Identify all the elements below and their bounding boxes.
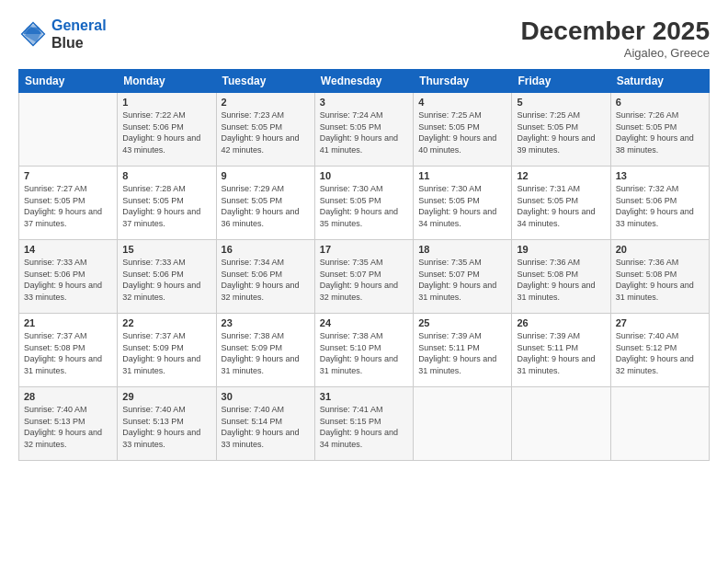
calendar-cell: 12Sunrise: 7:31 AMSunset: 5:05 PMDayligh… xyxy=(512,167,610,240)
calendar-cell: 19Sunrise: 7:36 AMSunset: 5:08 PMDayligh… xyxy=(512,240,610,314)
calendar-cell: 18Sunrise: 7:35 AMSunset: 5:07 PMDayligh… xyxy=(414,240,512,314)
day-info: Sunrise: 7:40 AMSunset: 5:12 PMDaylight:… xyxy=(616,330,704,376)
calendar-cell: 6Sunrise: 7:26 AMSunset: 5:05 PMDaylight… xyxy=(610,93,709,167)
weekday-header: Sunday xyxy=(19,70,118,93)
day-info: Sunrise: 7:35 AMSunset: 5:07 PMDaylight:… xyxy=(320,257,408,303)
day-number: 25 xyxy=(418,317,506,328)
day-number: 11 xyxy=(418,170,506,181)
day-number: 3 xyxy=(320,97,408,108)
calendar-week-row: 1Sunrise: 7:22 AMSunset: 5:06 PMDaylight… xyxy=(19,93,710,167)
day-number: 22 xyxy=(122,317,210,328)
day-info: Sunrise: 7:36 AMSunset: 5:08 PMDaylight:… xyxy=(616,257,704,303)
day-number: 12 xyxy=(517,170,605,181)
calendar-cell: 2Sunrise: 7:23 AMSunset: 5:05 PMDaylight… xyxy=(216,93,314,167)
day-number: 26 xyxy=(517,317,605,328)
day-number: 30 xyxy=(222,391,310,402)
day-number: 5 xyxy=(517,97,605,108)
day-info: Sunrise: 7:27 AMSunset: 5:05 PMDaylight:… xyxy=(24,183,112,229)
weekday-header: Friday xyxy=(512,70,610,93)
day-number: 29 xyxy=(122,391,210,402)
weekday-header: Thursday xyxy=(414,70,512,93)
day-info: Sunrise: 7:34 AMSunset: 5:06 PMDaylight:… xyxy=(222,257,310,303)
day-info: Sunrise: 7:39 AMSunset: 5:11 PMDaylight:… xyxy=(517,330,605,376)
day-number: 16 xyxy=(222,244,310,255)
calendar-cell: 11Sunrise: 7:30 AMSunset: 5:05 PMDayligh… xyxy=(414,167,512,240)
weekday-header: Tuesday xyxy=(216,70,314,93)
day-number: 9 xyxy=(222,170,310,181)
calendar-cell: 26Sunrise: 7:39 AMSunset: 5:11 PMDayligh… xyxy=(512,314,610,387)
day-info: Sunrise: 7:30 AMSunset: 5:05 PMDaylight:… xyxy=(418,183,506,229)
calendar-cell: 3Sunrise: 7:24 AMSunset: 5:05 PMDaylight… xyxy=(314,93,413,167)
calendar-cell: 10Sunrise: 7:30 AMSunset: 5:05 PMDayligh… xyxy=(314,167,413,240)
calendar-cell: 31Sunrise: 7:41 AMSunset: 5:15 PMDayligh… xyxy=(314,387,413,461)
day-number: 31 xyxy=(320,391,408,402)
logo-text: General Blue xyxy=(51,17,107,52)
day-number: 14 xyxy=(24,244,112,255)
month-title: December 2025 xyxy=(521,17,710,46)
calendar-page: General Blue December 2025 Aigaleo, Gree… xyxy=(0,0,728,563)
day-number: 18 xyxy=(418,244,506,255)
day-info: Sunrise: 7:26 AMSunset: 5:05 PMDaylight:… xyxy=(616,109,704,155)
day-number: 15 xyxy=(122,244,210,255)
calendar-week-row: 14Sunrise: 7:33 AMSunset: 5:06 PMDayligh… xyxy=(19,240,710,314)
calendar-cell: 24Sunrise: 7:38 AMSunset: 5:10 PMDayligh… xyxy=(314,314,413,387)
calendar-cell: 15Sunrise: 7:33 AMSunset: 5:06 PMDayligh… xyxy=(118,240,216,314)
calendar-cell: 28Sunrise: 7:40 AMSunset: 5:13 PMDayligh… xyxy=(19,387,118,461)
day-info: Sunrise: 7:25 AMSunset: 5:05 PMDaylight:… xyxy=(418,109,506,155)
calendar-cell: 30Sunrise: 7:40 AMSunset: 5:14 PMDayligh… xyxy=(216,387,314,461)
calendar-cell: 5Sunrise: 7:25 AMSunset: 5:05 PMDaylight… xyxy=(512,93,610,167)
weekday-header-row: SundayMondayTuesdayWednesdayThursdayFrid… xyxy=(19,70,710,93)
location: Aigaleo, Greece xyxy=(521,46,710,60)
calendar-table: SundayMondayTuesdayWednesdayThursdayFrid… xyxy=(18,69,710,461)
day-info: Sunrise: 7:40 AMSunset: 5:13 PMDaylight:… xyxy=(122,404,210,450)
calendar-week-row: 21Sunrise: 7:37 AMSunset: 5:08 PMDayligh… xyxy=(19,314,710,387)
day-info: Sunrise: 7:32 AMSunset: 5:06 PMDaylight:… xyxy=(616,183,704,229)
title-block: December 2025 Aigaleo, Greece xyxy=(521,17,710,60)
day-info: Sunrise: 7:31 AMSunset: 5:05 PMDaylight:… xyxy=(517,183,605,229)
day-number: 23 xyxy=(222,317,310,328)
day-info: Sunrise: 7:24 AMSunset: 5:05 PMDaylight:… xyxy=(320,109,408,155)
day-number: 24 xyxy=(320,317,408,328)
day-info: Sunrise: 7:40 AMSunset: 5:13 PMDaylight:… xyxy=(24,404,112,450)
calendar-cell xyxy=(610,387,709,461)
calendar-cell: 29Sunrise: 7:40 AMSunset: 5:13 PMDayligh… xyxy=(118,387,216,461)
day-info: Sunrise: 7:41 AMSunset: 5:15 PMDaylight:… xyxy=(320,404,408,450)
day-info: Sunrise: 7:35 AMSunset: 5:07 PMDaylight:… xyxy=(418,257,506,303)
day-number: 8 xyxy=(122,170,210,181)
logo: General Blue xyxy=(18,17,107,52)
calendar-cell: 20Sunrise: 7:36 AMSunset: 5:08 PMDayligh… xyxy=(610,240,709,314)
calendar-cell: 8Sunrise: 7:28 AMSunset: 5:05 PMDaylight… xyxy=(118,167,216,240)
day-number: 21 xyxy=(24,317,112,328)
day-number: 28 xyxy=(24,391,112,402)
day-info: Sunrise: 7:25 AMSunset: 5:05 PMDaylight:… xyxy=(517,109,605,155)
calendar-cell: 25Sunrise: 7:39 AMSunset: 5:11 PMDayligh… xyxy=(414,314,512,387)
day-info: Sunrise: 7:37 AMSunset: 5:09 PMDaylight:… xyxy=(122,330,210,376)
day-number: 19 xyxy=(517,244,605,255)
calendar-cell: 21Sunrise: 7:37 AMSunset: 5:08 PMDayligh… xyxy=(19,314,118,387)
logo-icon xyxy=(18,19,48,49)
calendar-cell xyxy=(414,387,512,461)
calendar-week-row: 7Sunrise: 7:27 AMSunset: 5:05 PMDaylight… xyxy=(19,167,710,240)
day-info: Sunrise: 7:38 AMSunset: 5:10 PMDaylight:… xyxy=(320,330,408,376)
day-number: 13 xyxy=(616,170,704,181)
calendar-cell: 1Sunrise: 7:22 AMSunset: 5:06 PMDaylight… xyxy=(118,93,216,167)
header: General Blue December 2025 Aigaleo, Gree… xyxy=(18,17,710,60)
day-info: Sunrise: 7:40 AMSunset: 5:14 PMDaylight:… xyxy=(222,404,310,450)
day-info: Sunrise: 7:33 AMSunset: 5:06 PMDaylight:… xyxy=(122,257,210,303)
day-number: 4 xyxy=(418,97,506,108)
calendar-cell: 22Sunrise: 7:37 AMSunset: 5:09 PMDayligh… xyxy=(118,314,216,387)
calendar-cell: 7Sunrise: 7:27 AMSunset: 5:05 PMDaylight… xyxy=(19,167,118,240)
day-info: Sunrise: 7:22 AMSunset: 5:06 PMDaylight:… xyxy=(122,109,210,155)
day-number: 17 xyxy=(320,244,408,255)
calendar-cell xyxy=(512,387,610,461)
calendar-week-row: 28Sunrise: 7:40 AMSunset: 5:13 PMDayligh… xyxy=(19,387,710,461)
day-info: Sunrise: 7:33 AMSunset: 5:06 PMDaylight:… xyxy=(24,257,112,303)
day-number: 7 xyxy=(24,170,112,181)
day-info: Sunrise: 7:23 AMSunset: 5:05 PMDaylight:… xyxy=(222,109,310,155)
calendar-cell: 4Sunrise: 7:25 AMSunset: 5:05 PMDaylight… xyxy=(414,93,512,167)
day-info: Sunrise: 7:29 AMSunset: 5:05 PMDaylight:… xyxy=(222,183,310,229)
calendar-cell: 27Sunrise: 7:40 AMSunset: 5:12 PMDayligh… xyxy=(610,314,709,387)
calendar-cell xyxy=(19,93,118,167)
day-number: 10 xyxy=(320,170,408,181)
day-info: Sunrise: 7:28 AMSunset: 5:05 PMDaylight:… xyxy=(122,183,210,229)
